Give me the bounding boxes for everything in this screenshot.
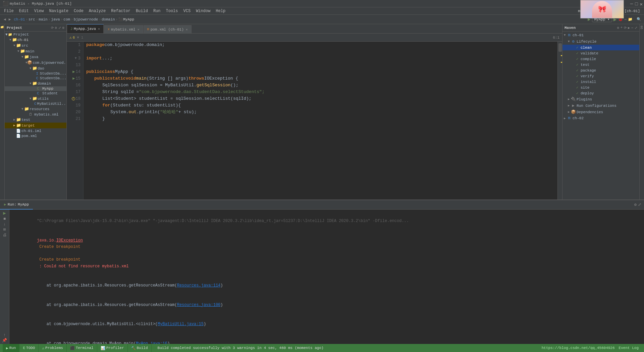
maven-item-plugins[interactable]: ▶ 🔌 Plugins xyxy=(562,96,639,102)
minimize-btn[interactable]: ─ xyxy=(630,1,633,7)
maven-item-dependencies[interactable]: ▶ 📦 Dependencies xyxy=(562,109,639,115)
menu-navigate[interactable]: Navigate xyxy=(46,8,71,14)
tree-item-dao[interactable]: ▼ 📁 dao xyxy=(5,65,66,71)
menu-build[interactable]: Build xyxy=(133,8,151,14)
tree-item-pom-xml[interactable]: 📄 pom.xml xyxy=(5,133,66,138)
gear-icon[interactable]: ⚙ xyxy=(55,26,57,30)
menu-run[interactable]: Run xyxy=(151,8,163,14)
maven-item-install[interactable]: ✓ install xyxy=(562,79,639,85)
tab-mybatis[interactable]: x mybatis.xml ✕ xyxy=(104,25,143,33)
tab-todo[interactable]: E TODO xyxy=(19,344,39,352)
maven-refresh-icon[interactable]: ⟳ xyxy=(624,26,627,30)
tab-profiler[interactable]: 📊 Profiler xyxy=(97,344,128,352)
menu-help[interactable]: Help xyxy=(213,8,228,14)
sync-icon[interactable]: ⟳ xyxy=(51,26,54,30)
tree-item-resources[interactable]: ▼ 📁 resources xyxy=(5,106,66,112)
tab-close-pom[interactable]: ✕ xyxy=(186,28,188,32)
maven-item-lifecycle[interactable]: ▼ ⚙ Lifecycle xyxy=(562,38,639,45)
menu-vcs[interactable]: VCS xyxy=(181,8,194,14)
menu-code[interactable]: Code xyxy=(71,8,86,14)
maven-item-run-configs[interactable]: ▶ ▶ Run Configurations xyxy=(562,102,639,109)
code-editor[interactable]: 1 2 ▼3 13 ▶14 ▶15 16 17 !18 xyxy=(67,42,562,200)
maven-item-site[interactable]: ✓ site xyxy=(562,85,639,90)
run-settings-icon[interactable]: ⚙ xyxy=(634,202,637,207)
toolbar-folder[interactable]: 📁 xyxy=(628,17,633,21)
breadcrumb-file[interactable]: ⬛ MyApp xyxy=(118,17,134,21)
csdn-link[interactable]: https://blog.csdn.net/qq_45604926 xyxy=(542,346,615,350)
tree-item-project[interactable]: ▼ 📁 Project xyxy=(5,32,66,37)
tree-item-studentdao-interface[interactable]: I StudentDa... xyxy=(5,71,66,76)
editor-scrollbar[interactable] xyxy=(557,42,562,200)
tab-problems[interactable]: ⚠ Problems xyxy=(39,344,66,352)
run-print-icon[interactable]: 🖨 xyxy=(3,233,7,237)
event-log-btn[interactable]: Event Log xyxy=(619,346,639,350)
tree-item-com-bjpowernode[interactable]: ▼ 📦 com.bjpowernod... xyxy=(5,60,66,65)
tab-close-mybatis[interactable]: ✕ xyxy=(138,28,140,32)
maven-item-validate[interactable]: ✓ validate xyxy=(562,50,639,56)
menu-refactor[interactable]: Refactor xyxy=(108,8,133,14)
warning-indicator[interactable]: ⚠ 6 xyxy=(69,35,75,40)
link-myapp16[interactable]: MyApp.java:16 xyxy=(136,341,167,344)
tree-item-myapp[interactable]: C MyApp xyxy=(5,86,66,91)
menu-file[interactable]: File xyxy=(1,8,16,14)
tree-item-main[interactable]: ▼ 📁 main xyxy=(5,48,66,54)
code-content[interactable]: package com.bjpowernode.domain; import .… xyxy=(84,42,557,200)
nav-forward[interactable]: ▶ xyxy=(8,17,12,21)
maven-item-clean[interactable]: ✓ clean xyxy=(562,45,639,50)
tab-run-bottom[interactable]: ▶ Run xyxy=(3,344,19,352)
run-pin-icon[interactable]: 📌 xyxy=(2,339,7,343)
tree-item-test[interactable]: ▶ 📁 test xyxy=(5,117,66,123)
expand-icon[interactable]: ⤢ xyxy=(58,26,61,30)
maven-item-ch02[interactable]: ▶ m ch-02 xyxy=(562,115,639,121)
run-expand-icon[interactable]: ⤢ xyxy=(638,202,641,207)
tab-terminal[interactable]: ⬛ Terminal xyxy=(67,344,97,352)
tree-item-domain[interactable]: ▼ 📁 domain xyxy=(5,81,66,86)
tree-item-mybatis-xml[interactable]: 🗒 mybatis.xml xyxy=(5,112,66,117)
maven-item-deploy[interactable]: ✓ deploy xyxy=(562,90,639,96)
tree-item-src[interactable]: ▼ 📁 src xyxy=(5,43,66,48)
run-stop-icon[interactable]: ■ xyxy=(3,217,6,221)
run-output[interactable]: "C:\Program Files\Java\jdk-15.0.2\bin\ja… xyxy=(9,210,644,344)
maven-item-test[interactable]: ✓ test xyxy=(562,62,639,68)
maven-item-verify[interactable]: ✓ verify xyxy=(562,73,639,79)
toolbar-more[interactable]: ⋯ xyxy=(624,17,627,21)
link-resources114[interactable]: Resources.java:114 xyxy=(177,283,221,288)
tree-item-student[interactable]: C Student xyxy=(5,91,66,96)
maven-expand-icon[interactable]: ⤢ xyxy=(635,26,637,30)
tree-item-ch01[interactable]: ▼ 📁 ch-01 xyxy=(5,37,66,43)
menu-analyze[interactable]: Analyze xyxy=(86,8,108,14)
link-mybatisutil15[interactable]: MyBatisUtil.java:15 xyxy=(158,322,204,326)
run-filter-icon[interactable]: ⊞ xyxy=(3,228,6,232)
menu-view[interactable]: View xyxy=(32,8,47,14)
close-btn[interactable]: ✕ xyxy=(640,1,643,7)
maven-add-icon[interactable]: + xyxy=(621,26,623,30)
run-scroll-icon[interactable]: ↓ xyxy=(3,222,6,226)
run-up-icon[interactable]: ↑ xyxy=(3,333,6,337)
maven-item-ch01[interactable]: ▼ m ch-01 xyxy=(562,32,639,38)
run-tab-active[interactable]: ▶ Run: MyApp xyxy=(0,200,33,210)
tree-item-studentdao-class[interactable]: C StudentDa... xyxy=(5,76,66,81)
menu-edit[interactable]: Edit xyxy=(16,8,32,14)
maximize-btn[interactable]: □ xyxy=(635,1,638,7)
project-tab-icon[interactable]: 📁 xyxy=(1,26,4,29)
tab-pom[interactable]: m pom.xml (ch-01) ✕ xyxy=(144,25,192,33)
link-resources100[interactable]: Resources.java:100 xyxy=(177,303,221,307)
maven-item-compile[interactable]: ✓ compile xyxy=(562,56,639,62)
maven-gear-icon[interactable]: ⚙ xyxy=(617,26,619,30)
database-tab[interactable]: DB xyxy=(640,26,644,29)
maven-run-icon[interactable]: ▶ xyxy=(628,26,630,30)
tree-item-mybatisutil[interactable]: C MyBatisUtil... xyxy=(5,101,66,106)
settings-icon[interactable]: ⚙ xyxy=(62,26,64,30)
tree-item-ch01-iml[interactable]: 📄 ch-01.iml xyxy=(5,128,66,133)
maven-more-icon[interactable]: ⋯ xyxy=(631,26,633,30)
tab-close-myapp[interactable]: ✕ xyxy=(98,27,100,31)
search-everywhere[interactable]: 🔍 xyxy=(637,17,641,21)
nav-back[interactable]: ◀ xyxy=(3,17,7,21)
run-rerun-icon[interactable]: ▶ xyxy=(3,211,6,216)
maven-item-package[interactable]: ✓ package xyxy=(562,68,639,73)
menu-tools[interactable]: Tools xyxy=(163,8,181,14)
tree-item-target[interactable]: ▶ 📁 target xyxy=(5,123,66,128)
tree-item-java[interactable]: ▼ 📁 java xyxy=(5,54,66,60)
tree-item-utils[interactable]: ▼ 📁 utils xyxy=(5,96,66,101)
tab-myapp[interactable]: J MyApp.java ✕ xyxy=(67,24,104,33)
